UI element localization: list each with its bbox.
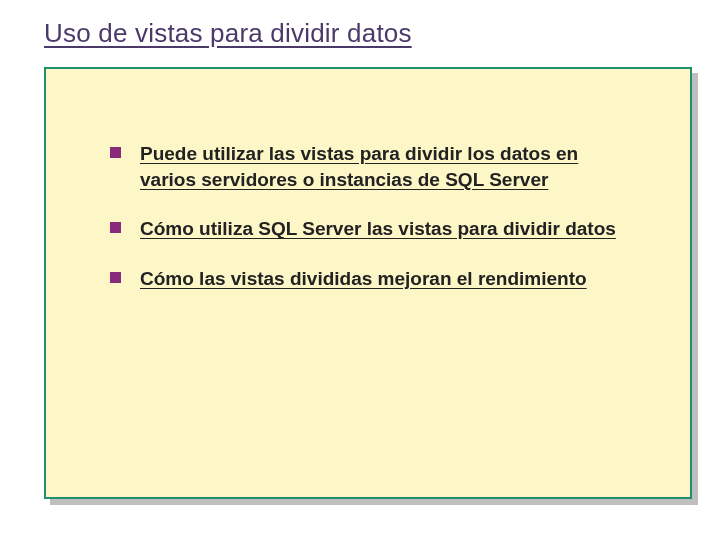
list-item: Puede utilizar las vistas para dividir l… <box>110 141 634 192</box>
content-panel-wrap: Puede utilizar las vistas para dividir l… <box>44 67 692 499</box>
list-item: Cómo utiliza SQL Server las vistas para … <box>110 216 634 242</box>
slide-title: Uso de vistas para dividir datos <box>44 18 688 49</box>
slide: Uso de vistas para dividir datos Puede u… <box>0 0 720 540</box>
bullet-list: Puede utilizar las vistas para dividir l… <box>110 141 634 292</box>
content-panel: Puede utilizar las vistas para dividir l… <box>44 67 692 499</box>
list-item: Cómo las vistas divididas mejoran el ren… <box>110 266 634 292</box>
